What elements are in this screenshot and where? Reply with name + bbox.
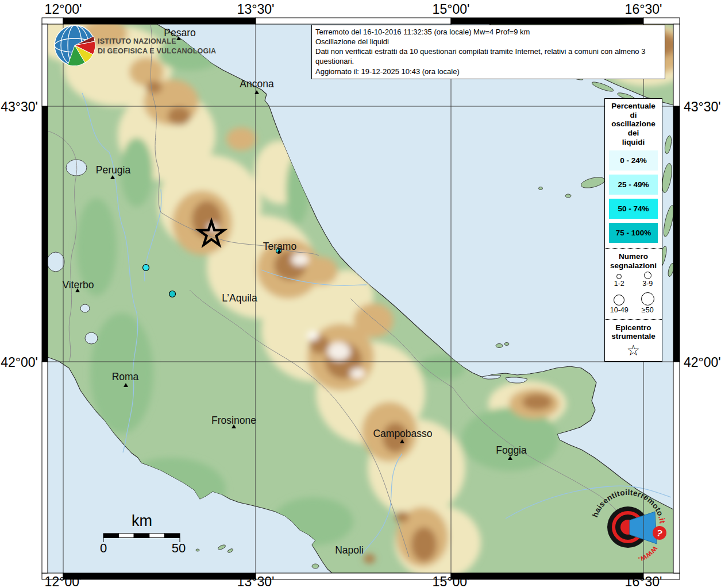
event-subtitle: Oscillazione dei liquidi: [315, 37, 661, 47]
axis-label-left-1: 43°30': [0, 99, 38, 115]
legend-divider: [605, 319, 662, 320]
city-label: Teramo: [263, 241, 296, 252]
axis-label-top-2: 13°30': [237, 2, 275, 17]
city-label: Napoli: [335, 544, 364, 556]
legend-divider: [605, 248, 662, 249]
scale-unit-label: km: [132, 512, 152, 529]
axis-label-bottom-1: 12°00': [45, 574, 82, 588]
size-circle-icon: [616, 274, 622, 279]
city-label: Foggia: [496, 444, 527, 456]
event-disclaimer: Dati non verificati estratti da 10 quest…: [315, 47, 661, 66]
epicenter-title: Epicentro strumentale: [605, 322, 662, 341]
scale-start-label: 0: [100, 541, 107, 555]
axis-label-bottom-2: 13°30': [237, 574, 275, 588]
event-updated-at: Aggiornato il: 19-12-2025 10:43 (ora loc…: [315, 67, 661, 76]
reports-size-classes: 1-2 3-9 10-49 ≥50: [605, 272, 662, 314]
city-label: Viterbo: [62, 279, 94, 291]
event-info-box: Terremoto del 16-10-2016 11:32:35 (ora l…: [311, 25, 665, 79]
legend-title: Percentuale di oscillazione dei liquidi: [605, 100, 662, 146]
size-circle-icon: [644, 272, 651, 279]
epicenter-star-legend-icon: ☆: [605, 343, 662, 358]
axis-label-top-4: 16°30': [625, 2, 662, 17]
city-label: Pesaro: [164, 27, 195, 38]
legend-swatch-75-100: 75 - 100%: [609, 223, 658, 243]
legend-swatch-0-24: 0 - 24%: [609, 150, 658, 171]
observation-dot: [143, 265, 149, 271]
axis-label-bottom-3: 15°00': [433, 574, 470, 588]
axis-label-top-3: 15°00': [433, 2, 470, 17]
axis-label-top-1: 12°00': [45, 2, 82, 17]
city-label: L’Aquila: [222, 292, 257, 304]
city-label: Frosinone: [211, 415, 256, 426]
legend-swatch-25-49: 25 - 49%: [609, 175, 658, 195]
ingv-name-line1: ISTITUTO NAZIONALE: [98, 37, 176, 45]
city-label: Perugia: [96, 164, 131, 176]
axis-label-right-1: 43°30': [684, 99, 721, 115]
map-body: ? haisentitoilterremoto.it www.: [34, 11, 695, 580]
reports-title: Numero segnalazioni: [605, 251, 662, 270]
scale-end-label: 50: [172, 541, 186, 555]
size-class-3-9: 3-9: [634, 272, 662, 288]
observation-dot: [169, 291, 176, 297]
legend-swatch-50-74: 50 - 74%: [609, 199, 658, 219]
axis-label-bottom-4: 16°30': [625, 574, 662, 588]
city-label: Campobasso: [373, 428, 432, 439]
city-label: Ancona: [240, 78, 274, 90]
size-circle-icon: [641, 292, 654, 305]
size-circle-icon: [614, 295, 624, 305]
size-class-50plus: ≥50: [634, 292, 662, 314]
axis-label-right-2: 42°00': [684, 355, 721, 370]
legend-panel: Percentuale di oscillazione dei liquidi …: [604, 98, 662, 362]
size-class-1-2: 1-2: [605, 274, 634, 288]
map-page: ? haisentitoilterremoto.it www.: [0, 0, 721, 588]
event-title: Terremoto del 16-10-2016 11:32:35 (ora l…: [315, 27, 661, 37]
city-label: Roma: [112, 371, 139, 382]
axis-label-left-2: 42°00': [0, 355, 38, 370]
size-class-10-49: 10-49: [605, 295, 634, 314]
ingv-name-line2: DI GEOFISICA E VULCANOLOGIA: [98, 47, 216, 55]
